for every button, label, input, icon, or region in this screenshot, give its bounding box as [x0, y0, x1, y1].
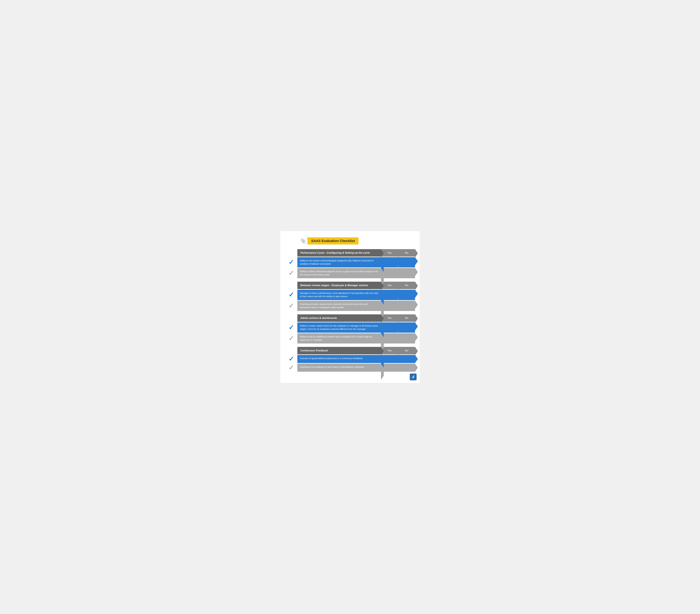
section-header-admin-actions: Admin actions & dashboardsYesNo	[297, 314, 415, 322]
checkmark-container-row-3: ✓	[285, 290, 297, 300]
data-row-row-2: ✓Ability to define milestone/subgoals ac…	[297, 268, 415, 278]
row-text-row-2: Ability to define milestone/subgoals acr…	[297, 268, 381, 278]
checkmark-row-2: ✓	[288, 270, 294, 277]
data-row-row-8: ✓Dashboard for employee to see history o…	[297, 364, 415, 372]
clip-icon: 📎	[300, 238, 306, 244]
row-text-row-4: Enabling promotion assessment, potential…	[297, 301, 381, 311]
sections-container: Performance Cycle - Configuring & Settin…	[285, 249, 415, 371]
checkmark-container-row-8: ✓	[285, 364, 297, 372]
section-header-continuous-feedback: Continuous FeedbackYesNo	[297, 347, 415, 354]
checkmark-row-4: ✓	[288, 303, 294, 309]
data-row-row-4: ✓Enabling promotion assessment, potentia…	[297, 301, 415, 311]
checklist-card: 📎 SAAS Evaluation Checklist Performance …	[280, 231, 420, 383]
checkmark-container-row-5: ✓	[285, 322, 297, 333]
checkmark-container-row-4: ✓	[285, 301, 297, 311]
page-title: SAAS Evaluation Checklist	[308, 237, 359, 245]
checkmark-row-8: ✓	[288, 365, 294, 371]
checkmark-row-7: ✓	[288, 356, 294, 362]
checkmark-container-row-1: ✓	[285, 257, 297, 267]
row-text-row-3: Manager to have a performance cycle dash…	[297, 290, 381, 300]
row-text-row-7: Inclusion of goals/skills/competencies i…	[297, 355, 381, 363]
checkmark-row-5: ✓	[288, 324, 294, 331]
section-header-performance-cycle: Performance Cycle - Configuring & Settin…	[297, 249, 415, 257]
data-row-row-1: ✓Ability to set custom scorecards/goal c…	[297, 257, 415, 267]
checkmark-container-row-6: ✓	[285, 333, 297, 343]
checkmark-container-row-7: ✓	[285, 355, 297, 363]
checkmark-container-row-2: ✓	[285, 268, 297, 278]
checkmark-row-3: ✓	[288, 292, 294, 298]
data-row-row-3: ✓Manager to have a performance cycle das…	[297, 290, 415, 300]
section-performance-cycle: Performance Cycle - Configuring & Settin…	[285, 249, 415, 278]
data-row-row-7: ✓Inclusion of goals/skills/competencies …	[297, 355, 415, 363]
section-label-admin-actions: Admin actions & dashboards	[297, 314, 381, 322]
section-continuous-feedback: Continuous FeedbackYesNo✓Inclusion of go…	[285, 347, 415, 372]
section-label-performance-cycle: Performance Cycle - Configuring & Settin…	[297, 249, 381, 257]
row-text-row-5: Ability to create custom forms for the e…	[297, 322, 381, 333]
section-label-between-review: Between review stages - Employee & Manag…	[297, 282, 381, 289]
title-bar: 📎 SAAS Evaluation Checklist	[300, 237, 415, 245]
checkmark-row-6: ✓	[288, 335, 294, 342]
section-admin-actions: Admin actions & dashboardsYesNo✓Ability …	[285, 314, 415, 343]
row-text-row-6: Ability to add an additional reviewer po…	[297, 333, 381, 343]
row-text-row-8: Dashboard for employee to see history of…	[297, 364, 381, 372]
data-row-row-5: ✓Ability to create custom forms for the …	[297, 322, 415, 333]
section-header-between-review: Between review stages - Employee & Manag…	[297, 282, 415, 289]
section-between-review: Between review stages - Employee & Manag…	[285, 282, 415, 311]
section-label-continuous-feedback: Continuous Feedback	[297, 347, 381, 354]
logo: d	[410, 373, 416, 380]
row-text-row-1: Ability to set custom scorecards/goal ca…	[297, 257, 381, 267]
checkmark-row-1: ✓	[288, 259, 294, 266]
data-row-row-6: ✓Ability to add an additional reviewer p…	[297, 333, 415, 343]
